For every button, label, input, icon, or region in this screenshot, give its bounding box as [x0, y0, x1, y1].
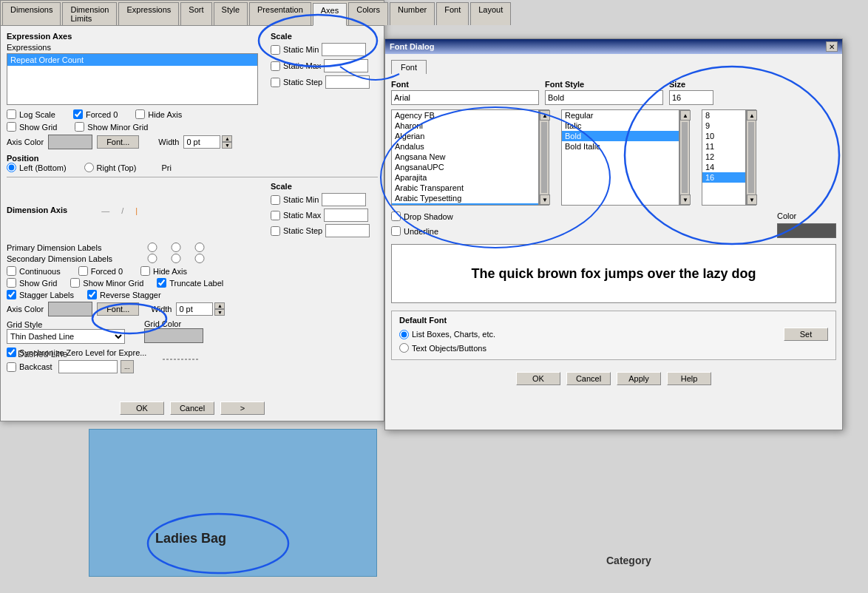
show-minor-grid-checkbox[interactable] [75, 122, 84, 132]
font-tab-font[interactable]: Font [391, 60, 427, 74]
drop-shadow-checkbox[interactable] [391, 211, 401, 221]
static-min-input[interactable] [322, 43, 366, 56]
style-bold-italic[interactable]: Bold Italic [562, 141, 679, 152]
underline-checkbox[interactable] [391, 226, 401, 236]
list-boxes-radio[interactable] [399, 330, 409, 339]
static-max-checkbox[interactable] [271, 61, 280, 71]
truncate-label-checkbox[interactable] [157, 278, 166, 288]
font-size-input[interactable] [669, 90, 713, 105]
tab-colors[interactable]: Colors [348, 2, 388, 25]
tab-font[interactable]: Font [436, 2, 469, 25]
style-list-scrolldown[interactable]: ▼ [680, 194, 691, 205]
set-button[interactable]: Set [784, 328, 828, 341]
font-list-item[interactable]: Aharoni [392, 121, 538, 131]
backcast-dots-btn[interactable]: ... [121, 360, 134, 373]
size-9[interactable]: 9 [702, 121, 745, 131]
secondary-radio1[interactable] [141, 254, 163, 263]
backcast-checkbox[interactable] [7, 362, 16, 372]
font-button-expr[interactable]: Font... [97, 135, 139, 149]
text-objects-radio[interactable] [399, 343, 409, 353]
show-minor-grid-dim-checkbox[interactable] [70, 278, 80, 288]
static-step-input[interactable] [325, 75, 370, 89]
font-list-item[interactable]: Andalus [392, 141, 538, 152]
tab-axes[interactable]: Axes [313, 3, 347, 26]
backcast-input[interactable] [58, 360, 118, 373]
axes-extra-button[interactable]: > [220, 401, 265, 415]
hide-axis-dim-checkbox[interactable] [140, 266, 150, 276]
font-list-item-arial[interactable]: Arial [392, 203, 538, 206]
width-dim-down-arrow[interactable]: ▼ [214, 309, 225, 316]
font-list-scrolltrack[interactable] [541, 122, 547, 193]
font-help-button[interactable]: Help [667, 372, 711, 385]
size-8[interactable]: 8 [702, 110, 745, 121]
static-step-checkbox[interactable] [271, 78, 280, 87]
size-12[interactable]: 12 [702, 152, 745, 162]
font-button-dim[interactable]: Font... [97, 302, 139, 316]
font-apply-button[interactable]: Apply [617, 372, 661, 385]
forced-0-dim-checkbox[interactable] [78, 266, 88, 276]
expression-item[interactable]: Repeat Order Count [7, 54, 257, 66]
tab-number[interactable]: Number [390, 2, 435, 25]
dim-static-max-input[interactable] [324, 209, 368, 222]
size-list-scrollup[interactable]: ▲ [747, 110, 757, 121]
dim-static-step-input[interactable] [325, 224, 370, 237]
expression-listbox[interactable]: Repeat Order Count [7, 53, 258, 105]
log-scale-checkbox[interactable] [7, 109, 16, 119]
font-ok-button[interactable]: OK [516, 372, 560, 385]
hide-axis-checkbox[interactable] [135, 109, 145, 119]
font-name-input[interactable] [391, 90, 539, 105]
tab-presentation[interactable]: Presentation [249, 2, 311, 25]
size-14[interactable]: 14 [702, 162, 745, 172]
tab-expressions[interactable]: Expressions [118, 2, 179, 25]
font-size-list[interactable]: 8 9 10 11 12 14 16 [702, 109, 746, 206]
primary-radio3[interactable] [189, 243, 211, 252]
style-regular[interactable]: Regular [562, 110, 679, 121]
font-list-scrolldown[interactable]: ▼ [540, 194, 550, 205]
font-list-item[interactable]: Arabic Transparent [392, 183, 538, 193]
tab-dimensions[interactable]: Dimensions [2, 2, 61, 25]
show-grid-dim-checkbox[interactable] [7, 278, 16, 288]
secondary-radio2[interactable] [165, 254, 187, 263]
dim-static-max-checkbox[interactable] [271, 211, 280, 220]
size-16[interactable]: 16 [702, 172, 745, 183]
show-grid-checkbox[interactable] [7, 122, 16, 132]
stagger-labels-checkbox[interactable] [7, 290, 16, 299]
reverse-stagger-checkbox[interactable] [87, 290, 97, 299]
font-style-input[interactable] [545, 90, 663, 105]
primary-radio2[interactable] [165, 243, 187, 252]
width-dim-up-arrow[interactable]: ▲ [214, 302, 225, 309]
font-list-scrollup[interactable]: ▲ [540, 110, 550, 121]
style-bold[interactable]: Bold [562, 131, 679, 141]
font-list-item[interactable]: Angsana New [392, 152, 538, 162]
width-dim-input[interactable] [176, 302, 213, 316]
style-italic[interactable]: Italic [562, 121, 679, 131]
font-list-item[interactable]: AngsanaUPC [392, 162, 538, 172]
font-list-item[interactable]: Agency FB [392, 110, 538, 121]
continuous-checkbox[interactable] [7, 266, 16, 276]
sync-zero-checkbox[interactable] [7, 348, 16, 357]
font-list-item[interactable]: Aparajita [392, 172, 538, 183]
left-bottom-radio[interactable] [7, 163, 16, 172]
width-down-arrow[interactable]: ▼ [222, 142, 232, 149]
size-list-scrolldown[interactable]: ▼ [747, 194, 757, 205]
font-color-swatch[interactable] [777, 223, 836, 238]
font-list-item[interactable]: Arabic Typesetting [392, 193, 538, 203]
width-input[interactable] [183, 135, 220, 149]
font-list-item[interactable]: Algerian [392, 131, 538, 141]
forced-0-checkbox[interactable] [73, 109, 83, 119]
font-dialog-close[interactable]: ✕ [826, 41, 838, 52]
dim-static-min-checkbox[interactable] [271, 195, 280, 205]
grid-color-swatch[interactable] [144, 328, 203, 343]
tab-layout[interactable]: Layout [470, 2, 511, 25]
grid-style-select[interactable]: Thin Dashed Line None Solid Line Dashed … [7, 329, 125, 344]
axis-color-swatch[interactable] [48, 135, 92, 149]
size-11[interactable]: 11 [702, 141, 745, 152]
axes-cancel-button[interactable]: Cancel [170, 401, 214, 415]
font-cancel-button[interactable]: Cancel [566, 372, 611, 385]
tab-sort[interactable]: Sort [180, 2, 211, 25]
dim-static-min-input[interactable] [322, 193, 366, 206]
tab-dimension-limits[interactable]: Dimension Limits [62, 2, 117, 25]
secondary-radio3[interactable] [189, 254, 211, 263]
style-list-scrollup[interactable]: ▲ [680, 110, 691, 121]
font-name-list[interactable]: Agency FB Aharoni Algerian Andalus Angsa… [391, 109, 539, 206]
